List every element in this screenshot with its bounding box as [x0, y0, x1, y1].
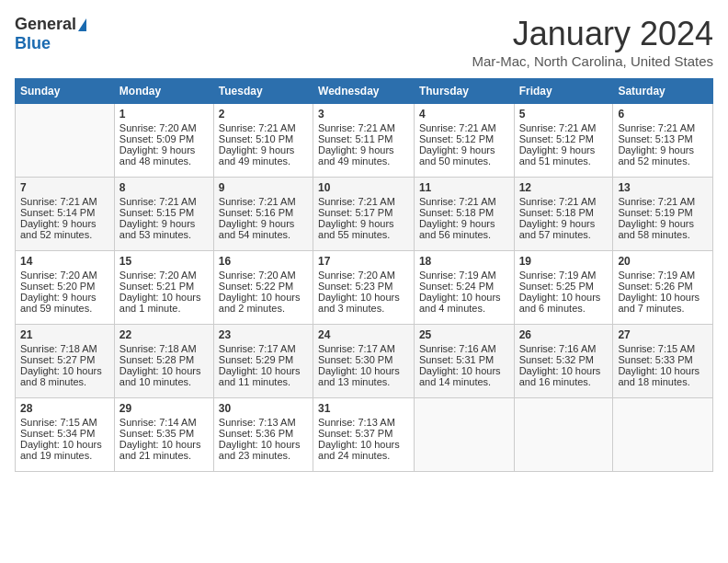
week-row-0: 1Sunrise: 7:20 AMSunset: 5:09 PMDaylight… [16, 104, 713, 178]
day-cell: 17Sunrise: 7:20 AMSunset: 5:23 PMDayligh… [313, 251, 415, 325]
day-number: 17 [318, 255, 409, 268]
sunrise-text: Sunrise: 7:13 AM [219, 417, 308, 428]
logo-general-text: General [15, 15, 76, 34]
daylight-text: Daylight: 10 hours and 23 minutes. [219, 439, 308, 461]
sunrise-text: Sunrise: 7:14 AM [119, 417, 209, 428]
day-cell: 2Sunrise: 7:21 AMSunset: 5:10 PMDaylight… [213, 104, 313, 178]
week-row-3: 21Sunrise: 7:18 AMSunset: 5:27 PMDayligh… [16, 325, 713, 398]
day-number: 27 [618, 328, 708, 341]
sunrise-text: Sunrise: 7:17 AM [318, 343, 409, 354]
day-number: 10 [318, 181, 409, 194]
calendar-table: Sunday Monday Tuesday Wednesday Thursday… [15, 78, 713, 472]
sunset-text: Sunset: 5:17 PM [318, 207, 409, 218]
day-number: 31 [318, 402, 409, 415]
daylight-text: Daylight: 9 hours and 53 minutes. [119, 218, 209, 240]
day-cell: 7Sunrise: 7:21 AMSunset: 5:14 PMDaylight… [16, 178, 115, 251]
day-cell: 18Sunrise: 7:19 AMSunset: 5:24 PMDayligh… [414, 251, 514, 325]
sunrise-text: Sunrise: 7:21 AM [318, 122, 409, 133]
day-number: 26 [519, 328, 609, 341]
sunrise-text: Sunrise: 7:21 AM [419, 122, 509, 133]
sunset-text: Sunset: 5:25 PM [519, 281, 609, 292]
sunset-text: Sunset: 5:16 PM [219, 207, 308, 218]
daylight-text: Daylight: 10 hours and 3 minutes. [318, 292, 409, 314]
calendar-title: January 2024 [472, 15, 713, 53]
sunrise-text: Sunrise: 7:21 AM [219, 196, 308, 207]
sunrise-text: Sunrise: 7:21 AM [519, 122, 609, 133]
sunset-text: Sunset: 5:20 PM [20, 281, 109, 292]
sunrise-text: Sunrise: 7:18 AM [20, 343, 109, 354]
day-cell: 16Sunrise: 7:20 AMSunset: 5:22 PMDayligh… [213, 251, 313, 325]
day-cell: 1Sunrise: 7:20 AMSunset: 5:09 PMDaylight… [114, 104, 213, 178]
day-cell: 4Sunrise: 7:21 AMSunset: 5:12 PMDaylight… [414, 104, 514, 178]
day-number: 22 [119, 328, 209, 341]
sunrise-text: Sunrise: 7:19 AM [618, 270, 708, 281]
col-saturday: Saturday [613, 79, 713, 104]
sunset-text: Sunset: 5:26 PM [618, 281, 708, 292]
day-number: 12 [519, 181, 609, 194]
day-number: 18 [419, 255, 509, 268]
day-cell: 19Sunrise: 7:19 AMSunset: 5:25 PMDayligh… [514, 251, 613, 325]
sunrise-text: Sunrise: 7:17 AM [219, 343, 308, 354]
sunrise-text: Sunrise: 7:15 AM [618, 343, 708, 354]
day-number: 2 [219, 108, 308, 121]
daylight-text: Daylight: 10 hours and 2 minutes. [219, 292, 308, 314]
day-number: 24 [318, 328, 409, 341]
daylight-text: Daylight: 9 hours and 54 minutes. [219, 218, 308, 240]
day-number: 25 [419, 328, 509, 341]
day-cell: 13Sunrise: 7:21 AMSunset: 5:19 PMDayligh… [613, 178, 713, 251]
day-cell: 20Sunrise: 7:19 AMSunset: 5:26 PMDayligh… [613, 251, 713, 325]
day-cell: 12Sunrise: 7:21 AMSunset: 5:18 PMDayligh… [514, 178, 613, 251]
sunset-text: Sunset: 5:30 PM [318, 354, 409, 365]
day-number: 15 [119, 255, 209, 268]
daylight-text: Daylight: 10 hours and 8 minutes. [20, 365, 109, 387]
header: General Blue January 2024 Mar-Mac, North… [15, 15, 713, 69]
sunset-text: Sunset: 5:32 PM [519, 354, 609, 365]
daylight-text: Daylight: 10 hours and 16 minutes. [519, 365, 609, 387]
day-cell [16, 104, 115, 178]
day-cell: 9Sunrise: 7:21 AMSunset: 5:16 PMDaylight… [213, 178, 313, 251]
daylight-text: Daylight: 10 hours and 7 minutes. [618, 292, 708, 314]
daylight-text: Daylight: 9 hours and 52 minutes. [20, 218, 109, 240]
sunset-text: Sunset: 5:13 PM [618, 133, 708, 144]
header-row: Sunday Monday Tuesday Wednesday Thursday… [16, 79, 713, 104]
col-wednesday: Wednesday [313, 79, 415, 104]
sunset-text: Sunset: 5:09 PM [119, 133, 209, 144]
day-cell: 10Sunrise: 7:21 AMSunset: 5:17 PMDayligh… [313, 178, 415, 251]
sunrise-text: Sunrise: 7:21 AM [419, 196, 509, 207]
sunset-text: Sunset: 5:11 PM [318, 133, 409, 144]
sunset-text: Sunset: 5:18 PM [419, 207, 509, 218]
day-number: 14 [20, 255, 109, 268]
sunset-text: Sunset: 5:23 PM [318, 281, 409, 292]
day-cell: 5Sunrise: 7:21 AMSunset: 5:12 PMDaylight… [514, 104, 613, 178]
sunrise-text: Sunrise: 7:20 AM [20, 270, 109, 281]
sunrise-text: Sunrise: 7:21 AM [20, 196, 109, 207]
day-cell: 11Sunrise: 7:21 AMSunset: 5:18 PMDayligh… [414, 178, 514, 251]
daylight-text: Daylight: 9 hours and 59 minutes. [20, 292, 109, 314]
sunrise-text: Sunrise: 7:20 AM [119, 122, 209, 133]
day-cell: 25Sunrise: 7:16 AMSunset: 5:31 PMDayligh… [414, 325, 514, 398]
daylight-text: Daylight: 9 hours and 48 minutes. [119, 144, 209, 167]
day-number: 30 [219, 402, 308, 415]
calendar-subtitle: Mar-Mac, North Carolina, United States [472, 53, 713, 69]
day-cell: 8Sunrise: 7:21 AMSunset: 5:15 PMDaylight… [114, 178, 213, 251]
sunset-text: Sunset: 5:12 PM [419, 133, 509, 144]
col-sunday: Sunday [16, 79, 115, 104]
day-cell [514, 398, 613, 472]
sunset-text: Sunset: 5:31 PM [419, 354, 509, 365]
day-cell: 6Sunrise: 7:21 AMSunset: 5:13 PMDaylight… [613, 104, 713, 178]
day-number: 29 [119, 402, 209, 415]
day-cell: 28Sunrise: 7:15 AMSunset: 5:34 PMDayligh… [16, 398, 115, 472]
day-cell [414, 398, 514, 472]
sunrise-text: Sunrise: 7:21 AM [318, 196, 409, 207]
sunset-text: Sunset: 5:14 PM [20, 207, 109, 218]
sunrise-text: Sunrise: 7:16 AM [519, 343, 609, 354]
sunset-text: Sunset: 5:12 PM [519, 133, 609, 144]
daylight-text: Daylight: 10 hours and 4 minutes. [419, 292, 509, 314]
daylight-text: Daylight: 9 hours and 49 minutes. [219, 144, 308, 167]
day-cell: 24Sunrise: 7:17 AMSunset: 5:30 PMDayligh… [313, 325, 415, 398]
day-cell: 15Sunrise: 7:20 AMSunset: 5:21 PMDayligh… [114, 251, 213, 325]
daylight-text: Daylight: 9 hours and 57 minutes. [519, 218, 609, 240]
week-row-4: 28Sunrise: 7:15 AMSunset: 5:34 PMDayligh… [16, 398, 713, 472]
sunset-text: Sunset: 5:35 PM [119, 428, 209, 439]
day-cell: 3Sunrise: 7:21 AMSunset: 5:11 PMDaylight… [313, 104, 415, 178]
